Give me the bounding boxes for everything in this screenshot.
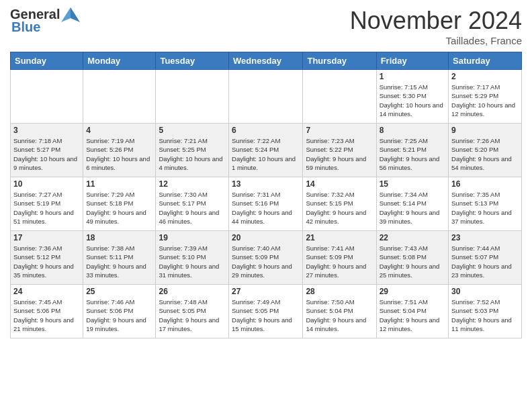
- calendar-cell: 29Sunrise: 7:51 AM Sunset: 5:04 PM Dayli…: [376, 285, 448, 338]
- day-info: Sunrise: 7:40 AM Sunset: 5:09 PM Dayligh…: [232, 244, 300, 279]
- day-number: 23: [451, 233, 519, 242]
- day-number: 16: [451, 179, 519, 189]
- day-number: 14: [306, 179, 373, 189]
- day-info: Sunrise: 7:30 AM Sunset: 5:17 PM Dayligh…: [159, 190, 226, 226]
- day-info: Sunrise: 7:15 AM Sunset: 5:30 PM Dayligh…: [380, 83, 445, 118]
- day-number: 17: [13, 233, 80, 242]
- day-info: Sunrise: 7:39 AM Sunset: 5:10 PM Dayligh…: [159, 244, 226, 279]
- day-number: 15: [380, 179, 445, 189]
- day-number: 9: [451, 126, 519, 135]
- calendar-week-4: 17Sunrise: 7:36 AM Sunset: 5:12 PM Dayli…: [11, 231, 522, 285]
- col-thursday: Thursday: [303, 52, 376, 70]
- day-number: 29: [380, 287, 445, 296]
- day-info: Sunrise: 7:52 AM Sunset: 5:03 PM Dayligh…: [451, 298, 519, 333]
- day-info: Sunrise: 7:27 AM Sunset: 5:19 PM Dayligh…: [13, 190, 80, 226]
- day-number: 10: [13, 179, 80, 189]
- col-wednesday: Wednesday: [229, 52, 303, 70]
- day-number: 12: [159, 179, 226, 189]
- day-info: Sunrise: 7:43 AM Sunset: 5:08 PM Dayligh…: [380, 244, 445, 279]
- calendar-cell: 12Sunrise: 7:30 AM Sunset: 5:17 PM Dayli…: [156, 177, 229, 231]
- day-info: Sunrise: 7:41 AM Sunset: 5:09 PM Dayligh…: [306, 244, 373, 279]
- month-title: November 2024: [350, 7, 522, 35]
- day-info: Sunrise: 7:49 AM Sunset: 5:05 PM Dayligh…: [232, 298, 300, 333]
- calendar: Sunday Monday Tuesday Wednesday Thursday…: [10, 52, 522, 338]
- calendar-cell: 6Sunrise: 7:22 AM Sunset: 5:24 PM Daylig…: [229, 124, 303, 177]
- header: General Blue November 2024 Taillades, Fr…: [10, 7, 522, 46]
- day-number: 19: [159, 233, 226, 242]
- day-number: 20: [232, 233, 300, 242]
- calendar-cell: 19Sunrise: 7:39 AM Sunset: 5:10 PM Dayli…: [156, 231, 229, 285]
- day-info: Sunrise: 7:46 AM Sunset: 5:06 PM Dayligh…: [86, 298, 152, 333]
- day-info: Sunrise: 7:23 AM Sunset: 5:22 PM Dayligh…: [306, 136, 373, 172]
- calendar-cell: [156, 70, 229, 124]
- logo-blue-text: Blue: [11, 19, 40, 35]
- calendar-header-row: Sunday Monday Tuesday Wednesday Thursday…: [11, 52, 522, 70]
- day-number: 1: [380, 72, 445, 81]
- calendar-cell: 3Sunrise: 7:18 AM Sunset: 5:27 PM Daylig…: [11, 124, 83, 177]
- col-tuesday: Tuesday: [156, 52, 229, 70]
- calendar-cell: 28Sunrise: 7:50 AM Sunset: 5:04 PM Dayli…: [303, 285, 376, 338]
- calendar-cell: 7Sunrise: 7:23 AM Sunset: 5:22 PM Daylig…: [303, 124, 376, 177]
- day-info: Sunrise: 7:19 AM Sunset: 5:26 PM Dayligh…: [86, 136, 152, 172]
- calendar-cell: 22Sunrise: 7:43 AM Sunset: 5:08 PM Dayli…: [376, 231, 448, 285]
- calendar-week-2: 3Sunrise: 7:18 AM Sunset: 5:27 PM Daylig…: [11, 124, 522, 177]
- day-info: Sunrise: 7:51 AM Sunset: 5:04 PM Dayligh…: [380, 298, 445, 333]
- day-info: Sunrise: 7:26 AM Sunset: 5:20 PM Dayligh…: [451, 136, 519, 172]
- day-number: 13: [232, 179, 300, 189]
- col-saturday: Saturday: [449, 52, 522, 70]
- calendar-cell: 9Sunrise: 7:26 AM Sunset: 5:20 PM Daylig…: [449, 124, 522, 177]
- col-monday: Monday: [83, 52, 156, 70]
- day-info: Sunrise: 7:32 AM Sunset: 5:15 PM Dayligh…: [306, 190, 373, 226]
- calendar-cell: 24Sunrise: 7:45 AM Sunset: 5:06 PM Dayli…: [11, 285, 83, 338]
- calendar-cell: [303, 70, 376, 124]
- calendar-week-5: 24Sunrise: 7:45 AM Sunset: 5:06 PM Dayli…: [11, 285, 522, 338]
- calendar-cell: 13Sunrise: 7:31 AM Sunset: 5:16 PM Dayli…: [229, 177, 303, 231]
- day-number: 25: [86, 287, 152, 296]
- calendar-cell: [229, 70, 303, 124]
- day-number: 5: [159, 126, 226, 135]
- day-info: Sunrise: 7:36 AM Sunset: 5:12 PM Dayligh…: [13, 244, 80, 279]
- day-info: Sunrise: 7:44 AM Sunset: 5:07 PM Dayligh…: [451, 244, 519, 279]
- calendar-cell: 26Sunrise: 7:48 AM Sunset: 5:05 PM Dayli…: [156, 285, 229, 338]
- day-number: 4: [86, 126, 152, 135]
- day-number: 8: [380, 126, 445, 135]
- day-info: Sunrise: 7:31 AM Sunset: 5:16 PM Dayligh…: [232, 190, 300, 226]
- day-info: Sunrise: 7:25 AM Sunset: 5:21 PM Dayligh…: [380, 136, 445, 172]
- logo-icon: [61, 7, 80, 22]
- page-container: General Blue November 2024 Taillades, Fr…: [0, 0, 532, 345]
- calendar-cell: 5Sunrise: 7:21 AM Sunset: 5:25 PM Daylig…: [156, 124, 229, 177]
- day-number: 21: [306, 233, 373, 242]
- day-number: 3: [13, 126, 80, 135]
- calendar-body: 1Sunrise: 7:15 AM Sunset: 5:30 PM Daylig…: [11, 70, 522, 338]
- calendar-cell: 30Sunrise: 7:52 AM Sunset: 5:03 PM Dayli…: [449, 285, 522, 338]
- day-number: 24: [13, 287, 80, 296]
- day-info: Sunrise: 7:50 AM Sunset: 5:04 PM Dayligh…: [306, 298, 373, 333]
- calendar-cell: 15Sunrise: 7:34 AM Sunset: 5:14 PM Dayli…: [376, 177, 448, 231]
- calendar-cell: 27Sunrise: 7:49 AM Sunset: 5:05 PM Dayli…: [229, 285, 303, 338]
- day-number: 11: [86, 179, 152, 189]
- calendar-cell: 25Sunrise: 7:46 AM Sunset: 5:06 PM Dayli…: [83, 285, 156, 338]
- title-section: November 2024 Taillades, France: [350, 7, 522, 46]
- svg-marker-0: [71, 7, 80, 22]
- col-friday: Friday: [376, 52, 448, 70]
- day-number: 26: [159, 287, 226, 296]
- day-number: 18: [86, 233, 152, 242]
- day-info: Sunrise: 7:38 AM Sunset: 5:11 PM Dayligh…: [86, 244, 152, 279]
- day-number: 27: [232, 287, 300, 296]
- day-number: 6: [232, 126, 300, 135]
- calendar-cell: 4Sunrise: 7:19 AM Sunset: 5:26 PM Daylig…: [83, 124, 156, 177]
- day-number: 2: [451, 72, 519, 81]
- day-info: Sunrise: 7:35 AM Sunset: 5:13 PM Dayligh…: [451, 190, 519, 226]
- calendar-cell: 2Sunrise: 7:17 AM Sunset: 5:29 PM Daylig…: [449, 70, 522, 124]
- calendar-cell: 16Sunrise: 7:35 AM Sunset: 5:13 PM Dayli…: [449, 177, 522, 231]
- calendar-cell: 1Sunrise: 7:15 AM Sunset: 5:30 PM Daylig…: [376, 70, 448, 124]
- calendar-cell: 8Sunrise: 7:25 AM Sunset: 5:21 PM Daylig…: [376, 124, 448, 177]
- day-info: Sunrise: 7:34 AM Sunset: 5:14 PM Dayligh…: [380, 190, 445, 226]
- calendar-cell: 14Sunrise: 7:32 AM Sunset: 5:15 PM Dayli…: [303, 177, 376, 231]
- calendar-cell: 11Sunrise: 7:29 AM Sunset: 5:18 PM Dayli…: [83, 177, 156, 231]
- svg-marker-1: [61, 7, 71, 22]
- calendar-week-1: 1Sunrise: 7:15 AM Sunset: 5:30 PM Daylig…: [11, 70, 522, 124]
- calendar-cell: 20Sunrise: 7:40 AM Sunset: 5:09 PM Dayli…: [229, 231, 303, 285]
- day-info: Sunrise: 7:21 AM Sunset: 5:25 PM Dayligh…: [159, 136, 226, 172]
- day-number: 7: [306, 126, 373, 135]
